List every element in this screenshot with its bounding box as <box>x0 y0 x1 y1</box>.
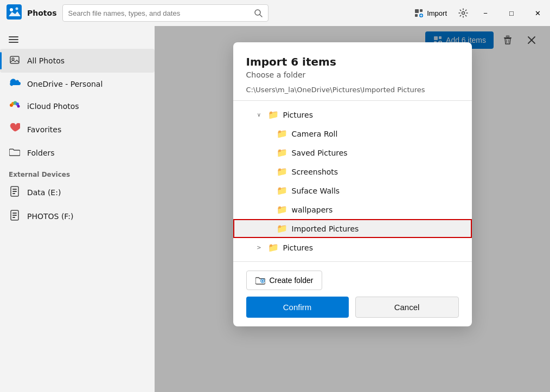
titlebar-right: Import − □ ✕ <box>407 3 550 23</box>
minimize-button[interactable]: − <box>473 3 498 23</box>
sidebar-item-photos-f[interactable]: PHOTOS (F:) <box>0 204 155 228</box>
sidebar: All Photos OneDrive - Personal iClou <box>0 26 155 392</box>
modal-path: C:\Users\m_la\OneDrive\Pictures\Imported… <box>233 86 472 101</box>
close-button[interactable]: ✕ <box>525 3 550 23</box>
svg-rect-11 <box>9 39 18 40</box>
svg-rect-26 <box>12 215 17 216</box>
folder-label-pictures2: Pictures <box>283 243 313 252</box>
folder-item-imported-pictures[interactable]: 📁 Imported Pictures <box>233 219 472 238</box>
folder-item-pictures[interactable]: ∨ 📁 Pictures <box>233 105 472 124</box>
spacer-icon-2 <box>264 149 272 157</box>
all-photos-label: All Photos <box>27 56 65 65</box>
drive-icon-e <box>9 186 21 199</box>
folder-item-suface-walls[interactable]: 📁 Suface Walls <box>233 181 472 200</box>
folder-item-saved-pictures[interactable]: 📁 Saved Pictures <box>233 143 472 162</box>
folder-icon-saved: 📁 <box>277 147 287 158</box>
onedrive-icon <box>9 78 21 89</box>
sidebar-item-icloud[interactable]: iCloud Photos <box>0 95 155 118</box>
favorites-label: Favorites <box>27 125 61 134</box>
icloud-label: iCloud Photos <box>27 102 79 111</box>
search-icon <box>254 9 263 17</box>
folder-label-pictures: Pictures <box>283 111 313 119</box>
folder-label-suface: Suface Walls <box>292 187 340 195</box>
svg-point-19 <box>17 105 20 108</box>
spacer-icon <box>264 130 272 138</box>
svg-point-9 <box>462 12 465 15</box>
sidebar-item-onedrive[interactable]: OneDrive - Personal <box>0 73 155 95</box>
folder-label-camera-roll: Camera Roll <box>292 130 338 138</box>
import-modal: Import 6 items Choose a folder C:\Users\… <box>233 42 472 326</box>
onedrive-label: OneDrive - Personal <box>27 80 103 88</box>
search-bar[interactable] <box>62 4 268 22</box>
chevron-right-icon: > <box>255 243 264 252</box>
folder-icon-screenshots: 📁 <box>277 166 287 177</box>
app-body: All Photos OneDrive - Personal iClou <box>0 26 550 392</box>
folder-icon-imported: 📁 <box>277 223 287 234</box>
folder-icon-camera-roll: 📁 <box>277 128 287 139</box>
svg-rect-12 <box>9 42 18 43</box>
hamburger-menu[interactable] <box>0 30 155 49</box>
modal-header: Import 6 items Choose a folder <box>233 42 472 86</box>
svg-rect-23 <box>12 193 15 194</box>
confirm-button[interactable]: Confirm <box>246 297 349 318</box>
folder-item-wallpapers[interactable]: 📁 wallpapers <box>233 200 472 219</box>
cancel-button[interactable]: Cancel <box>355 297 459 318</box>
folders-label: Folders <box>27 149 55 157</box>
folder-item-camera-roll[interactable]: 📁 Camera Roll <box>233 124 472 143</box>
modal-overlay: Import 6 items Choose a folder C:\Users\… <box>155 26 550 392</box>
folder-icon-pictures: 📁 <box>268 110 279 120</box>
svg-point-1 <box>10 8 13 11</box>
modal-title: Import 6 items <box>246 55 459 68</box>
hamburger-icon <box>9 35 18 44</box>
photos-f-label: PHOTOS (F:) <box>27 212 74 221</box>
folder-icon-pictures2: 📁 <box>268 242 279 253</box>
drive-icon-f <box>9 210 21 223</box>
modal-action-buttons: Confirm Cancel <box>246 297 459 318</box>
import-button[interactable]: Import <box>407 6 453 20</box>
modal-footer: Create folder Confirm Cancel <box>233 261 472 326</box>
sidebar-item-data-e[interactable]: Data (E:) <box>0 181 155 204</box>
settings-button[interactable] <box>455 4 472 22</box>
folder-label-wallpapers: wallpapers <box>292 205 333 214</box>
svg-rect-27 <box>12 217 15 218</box>
sidebar-item-favorites[interactable]: Favorites <box>0 118 155 142</box>
maximize-button[interactable]: □ <box>499 3 524 23</box>
folder-icon-wallpapers: 📁 <box>277 204 287 215</box>
modal-subtitle: Choose a folder <box>246 70 459 79</box>
svg-rect-10 <box>9 36 18 37</box>
create-folder-button[interactable]: Create folder <box>246 271 323 290</box>
icloud-icon <box>9 100 21 112</box>
folder-label-imported: Imported Pictures <box>292 224 359 233</box>
svg-rect-25 <box>12 213 17 214</box>
import-icon <box>414 8 424 18</box>
main-content: Add 6 items <box>155 26 550 392</box>
sidebar-item-folders[interactable]: Folders <box>0 142 155 164</box>
folder-label-saved: Saved Pictures <box>292 149 348 157</box>
create-folder-label: Create folder <box>270 276 314 285</box>
spacer-icon-6 <box>264 224 272 233</box>
sidebar-item-all-photos[interactable]: All Photos <box>0 49 155 73</box>
all-photos-icon <box>9 54 21 67</box>
titlebar: Photos Import − □ <box>0 0 550 26</box>
spacer-icon-5 <box>264 205 272 214</box>
spacer-icon-4 <box>264 187 272 195</box>
data-e-label: Data (E:) <box>27 188 61 197</box>
svg-rect-7 <box>415 14 418 17</box>
titlebar-left: Photos <box>7 4 268 22</box>
svg-rect-6 <box>420 9 423 12</box>
folder-item-pictures2[interactable]: > 📁 Pictures <box>233 238 472 257</box>
folder-label-screenshots: Screenshots <box>292 168 338 176</box>
spacer-icon-3 <box>264 168 272 176</box>
search-input[interactable] <box>68 9 250 17</box>
import-label: Import <box>427 9 447 17</box>
svg-rect-21 <box>12 189 17 190</box>
folder-item-screenshots[interactable]: 📁 Screenshots <box>233 162 472 181</box>
settings-icon <box>458 8 468 18</box>
folders-icon <box>9 147 21 159</box>
svg-point-2 <box>16 8 18 10</box>
create-folder-icon <box>255 275 265 285</box>
external-devices-title: External Devices <box>0 164 155 181</box>
favorites-icon <box>9 123 21 136</box>
svg-rect-5 <box>415 9 419 13</box>
svg-rect-13 <box>10 56 19 63</box>
